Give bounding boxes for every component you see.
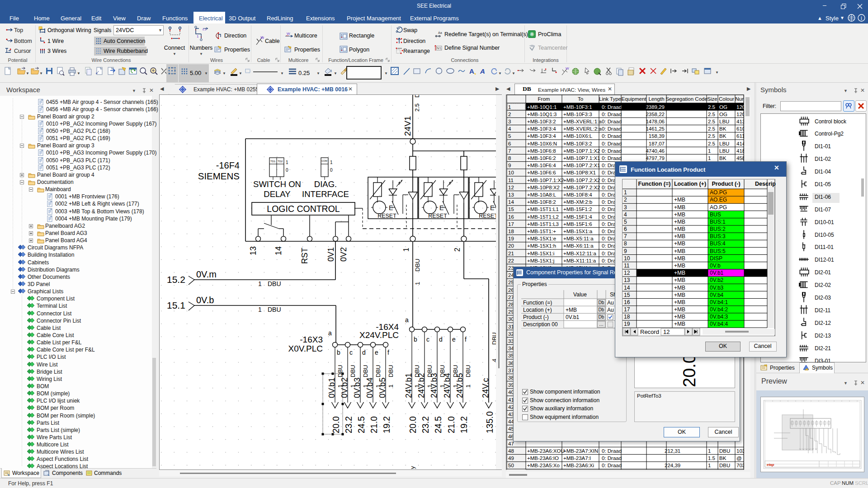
svg-text:+MB-10Q1:3: +MB-10Q1:3 — [527, 112, 557, 117]
svg-text:SWITCH ON: SWITCH ON — [253, 179, 301, 189]
svg-text:Colour: Colour — [719, 96, 734, 102]
svg-text:Location (+): Location (+) — [674, 181, 706, 187]
svg-text:49: 49 — [508, 455, 514, 461]
svg-text:DBU: DBU — [337, 365, 344, 377]
svg-text:2.5: 2.5 — [708, 141, 715, 146]
svg-text:1: 1 — [258, 280, 262, 287]
svg-text:3: 3 — [624, 204, 627, 211]
svg-text:224,39: 224,39 — [665, 463, 680, 468]
svg-text:22: 22 — [508, 258, 514, 263]
svg-text:L1: L1 — [203, 27, 207, 31]
svg-text:LBU: LBU — [719, 141, 729, 146]
svg-text:DBU: DBU — [268, 306, 281, 313]
svg-text:19: 19 — [508, 236, 514, 241]
svg-text:1: 1 — [708, 463, 711, 468]
svg-text:+MB-10Q1:1: +MB-10Q1:1 — [527, 104, 557, 110]
svg-text:0: Draad: 0: Draad — [602, 155, 622, 161]
svg-text:DBU: DBU — [465, 365, 472, 377]
svg-text:13: 13 — [249, 246, 258, 255]
svg-text:0V2: 0V2 — [339, 247, 348, 262]
svg-text:418: 418 — [736, 148, 744, 154]
svg-text:+MB: +MB — [674, 219, 685, 225]
svg-text:+MB-X12:11:a: +MB-X12:11:a — [563, 251, 597, 256]
svg-text:1: 1 — [387, 385, 394, 388]
svg-text:0: Draad: 0: Draad — [602, 448, 622, 454]
svg-text:610: 610 — [736, 126, 744, 131]
svg-text:-16X3: -16X3 — [300, 335, 323, 344]
svg-text:Link Type: Link Type — [599, 96, 621, 102]
svg-text:+MB-10F3:1: +MB-10F3:1 — [563, 104, 592, 110]
svg-text:RESET: RESET — [428, 213, 447, 219]
svg-text:24V.c: 24V.c — [481, 378, 490, 398]
svg-text:Nur: Nur — [735, 96, 744, 102]
svg-text:+MB-15T1:L3: +MB-15T1:L3 — [527, 221, 559, 227]
svg-text:Segregation Code: Segregation Code — [665, 96, 708, 102]
svg-text:187,07: 187,07 — [649, 141, 665, 146]
svg-text:+MB-15X1:a: +MB-15X1:a — [563, 229, 593, 234]
svg-text:+MB: +MB — [674, 204, 685, 211]
svg-text:0V.b3: 0V.b3 — [710, 285, 724, 291]
svg-text:10: 10 — [624, 255, 630, 262]
svg-text:+MB: +MB — [674, 299, 685, 305]
svg-text:X0V.PLC: X0V.PLC — [288, 344, 323, 353]
svg-text:BUS:4: BUS:4 — [710, 240, 726, 247]
svg-text:+MB-XM:2:b: +MB-XM:2:b — [563, 199, 592, 205]
svg-text:OG: OG — [719, 104, 727, 110]
svg-text:+MB-10A8:L: +MB-10A8:L — [527, 192, 557, 197]
svg-text:20.0: 20.0 — [331, 416, 341, 433]
svg-text:Location (+): Location (+) — [523, 307, 552, 313]
svg-text:0V.b1: 0V.b1 — [327, 378, 336, 398]
svg-text:BK: BK — [719, 133, 726, 139]
svg-text:Au: Au — [607, 300, 614, 306]
svg-text:+MB-X6:11:a: +MB-X6:11:a — [563, 243, 594, 249]
svg-text:INTERFACE: INTERFACE — [302, 189, 349, 199]
svg-text:BK: BK — [719, 155, 726, 161]
svg-text:10: 10 — [508, 170, 514, 175]
svg-text:2.5: 2.5 — [708, 112, 715, 117]
svg-text:+MB-23A6:Xi: +MB-23A6:Xi — [563, 463, 594, 468]
svg-text:+MB-10F8:4: +MB-10F8:4 — [563, 192, 592, 197]
svg-text:b: b — [414, 336, 417, 343]
svg-text:24V.b5: 24V.b5 — [455, 373, 464, 398]
svg-text:21.0: 21.0 — [369, 416, 379, 433]
svg-text:0: Draad: 0: Draad — [602, 119, 622, 124]
svg-text:21.0: 21.0 — [446, 416, 456, 433]
svg-text:To: To — [578, 96, 583, 102]
svg-text:+MB-23A6:XOU: +MB-23A6:XOU — [527, 448, 565, 454]
svg-text:0V.b4:2: 0V.b4:2 — [710, 306, 728, 313]
svg-text:LBU: LBU — [719, 119, 729, 124]
svg-text:AO.EG: AO.EG — [710, 197, 727, 203]
svg-text:14: 14 — [624, 285, 630, 291]
svg-text:SIEMENS: SIEMENS — [198, 171, 240, 181]
svg-text:d: d — [362, 349, 366, 356]
svg-text:2.5: 2.5 — [708, 119, 715, 124]
svg-text:24V.b1: 24V.b1 — [404, 373, 413, 398]
svg-text:24V.b2: 24V.b2 — [417, 373, 426, 398]
svg-text:E: E — [490, 204, 494, 211]
svg-text:TD2: TD2 — [278, 160, 283, 163]
svg-text:18: 18 — [624, 314, 630, 320]
svg-text:BUS:2: BUS:2 — [710, 226, 726, 232]
svg-text:6: 6 — [624, 226, 627, 232]
svg-text:+MB: +MB — [674, 255, 685, 262]
svg-text:+MB: +MB — [674, 233, 685, 239]
svg-text:RESET: RESET — [479, 213, 496, 219]
svg-text:LOGIC CONTROL: LOGIC CONTROL — [267, 204, 340, 214]
svg-text:+MB-10F3:2: +MB-10F3:2 — [527, 119, 556, 124]
svg-text:DBU: DBU — [362, 365, 369, 377]
svg-text:+MB-10F3:2: +MB-10F3:2 — [563, 141, 592, 146]
svg-text:120: 120 — [736, 112, 744, 117]
svg-text:+MB-23A7:I: +MB-23A7:I — [563, 455, 591, 461]
svg-text:BUS:3: BUS:3 — [710, 233, 726, 239]
svg-text:611: 611 — [736, 133, 744, 139]
svg-text:i: i — [861, 15, 863, 21]
svg-text:DBU: DBU — [387, 365, 394, 377]
svg-text:+MB-15X1:h: +MB-15X1:h — [527, 243, 556, 249]
svg-text:11: 11 — [624, 263, 630, 269]
svg-text:0V.b4:4: 0V.b4:4 — [710, 321, 728, 327]
svg-text:DBU: DBU — [491, 333, 496, 345]
svg-text:1: 1 — [708, 155, 711, 161]
svg-text:E: E — [389, 204, 393, 211]
svg-text:24V1: 24V1 — [403, 116, 412, 136]
svg-text:+MB-23A6:IO: +MB-23A6:IO — [527, 455, 559, 461]
